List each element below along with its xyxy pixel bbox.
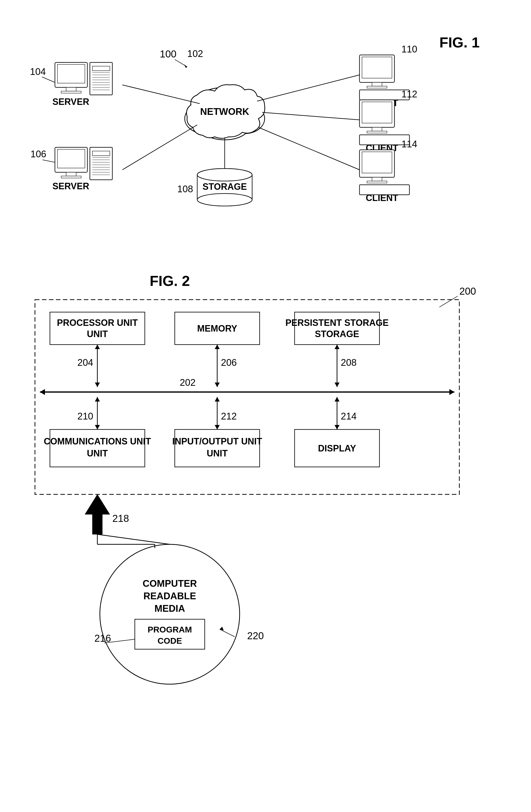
svg-line-15 (257, 75, 359, 101)
memory-label: MEMORY (197, 323, 237, 334)
svg-marker-1 (184, 64, 187, 68)
svg-marker-114 (85, 494, 110, 534)
svg-rect-76 (372, 177, 382, 181)
svg-marker-89 (95, 345, 100, 349)
svg-rect-62 (372, 83, 382, 86)
svg-rect-69 (372, 127, 382, 131)
svg-point-56 (197, 193, 252, 206)
ref-206: 206 (221, 357, 237, 368)
ref-208: 208 (341, 357, 356, 368)
svg-line-13 (122, 125, 197, 170)
ref-216: 216 (94, 633, 111, 644)
svg-text:110: 110 (401, 44, 417, 55)
ref-212: 212 (221, 411, 237, 421)
svg-marker-108 (335, 425, 340, 430)
ref-100: 100 (160, 48, 177, 59)
svg-rect-21 (61, 91, 81, 93)
network-cloud: NETWORK 102 (185, 48, 265, 140)
communications-unit-label: COMMUNICATIONS UNIT (44, 436, 151, 447)
fig2-title: FIG. 2 (149, 273, 190, 289)
svg-line-51 (42, 160, 55, 162)
processor-unit-label: PROCESSOR UNIT (57, 318, 138, 328)
fig2-diagram: FIG. 2 200 PROCESSOR UNIT UNIT MEMORY PE… (15, 270, 514, 794)
fig1-diagram: FIG. 1 100 NETWORK 102 (15, 30, 509, 250)
svg-marker-101 (95, 397, 100, 402)
svg-marker-104 (215, 397, 220, 402)
fig1-title: FIG. 1 (439, 34, 480, 50)
svg-text:UNIT: UNIT (87, 448, 108, 459)
svg-text:102: 102 (187, 48, 203, 59)
svg-marker-96 (335, 382, 340, 387)
svg-rect-70 (367, 131, 387, 133)
svg-text:UNIT: UNIT (87, 329, 108, 339)
server-1: SERVER (53, 62, 112, 107)
svg-text:STORAGE: STORAGE (315, 329, 359, 339)
svg-rect-23 (92, 66, 110, 71)
svg-marker-93 (215, 382, 220, 387)
server-2: SERVER (53, 147, 112, 191)
svg-rect-40 (92, 151, 110, 156)
svg-marker-95 (335, 345, 340, 349)
ref-210: 210 (77, 411, 93, 421)
ref-202: 202 (180, 377, 195, 388)
svg-rect-63 (367, 86, 387, 88)
svg-rect-68 (362, 102, 392, 123)
svg-rect-19 (57, 64, 85, 83)
svg-text:STORAGE: STORAGE (203, 182, 247, 192)
svg-rect-86 (295, 312, 380, 345)
svg-point-57 (197, 169, 252, 181)
svg-rect-37 (66, 172, 76, 176)
persistent-storage-label: PERSISTENT STORAGE (285, 318, 388, 328)
svg-marker-105 (215, 425, 220, 430)
svg-point-115 (100, 544, 240, 684)
ref-220: 220 (247, 630, 264, 641)
svg-text:114: 114 (401, 139, 417, 149)
ref-218: 218 (112, 513, 129, 524)
svg-text:MEDIA: MEDIA (154, 603, 185, 614)
ref-204: 204 (77, 357, 93, 368)
svg-text:104: 104 (30, 67, 46, 77)
svg-text:NETWORK: NETWORK (200, 106, 249, 117)
svg-line-16 (262, 112, 359, 120)
svg-marker-98 (40, 389, 45, 395)
svg-line-17 (259, 127, 359, 170)
display-label: DISPLAY (318, 443, 356, 453)
svg-text:UNIT: UNIT (207, 448, 228, 459)
svg-rect-61 (362, 57, 392, 78)
svg-line-12 (122, 85, 200, 104)
svg-rect-38 (61, 176, 81, 178)
ref-200: 200 (459, 286, 476, 296)
svg-rect-36 (57, 149, 85, 168)
svg-text:112: 112 (401, 89, 417, 99)
input-output-unit-label: INPUT/OUTPUT UNIT (172, 436, 262, 447)
svg-marker-92 (215, 345, 220, 349)
svg-line-127 (97, 534, 170, 544)
svg-rect-77 (367, 181, 387, 183)
svg-rect-75 (362, 152, 392, 173)
svg-text:106: 106 (30, 149, 46, 159)
svg-line-34 (42, 77, 55, 83)
ref-214: 214 (341, 411, 356, 421)
svg-text:SERVER: SERVER (53, 181, 89, 191)
page: FIG. 1 100 NETWORK 102 (0, 0, 531, 812)
svg-marker-102 (95, 425, 100, 430)
svg-rect-20 (66, 87, 76, 91)
svg-line-81 (439, 296, 458, 307)
svg-text:CLIENT: CLIENT (366, 193, 398, 203)
computer-readable-media-label: COMPUTER (143, 578, 197, 589)
svg-text:SERVER: SERVER (53, 97, 89, 107)
svg-text:108: 108 (177, 184, 193, 194)
storage: STORAGE 108 (177, 169, 252, 206)
svg-text:CODE: CODE (158, 636, 182, 646)
svg-marker-107 (335, 397, 340, 402)
svg-rect-83 (50, 312, 145, 345)
program-code-label: PROGRAM (148, 625, 192, 634)
svg-marker-90 (95, 382, 100, 387)
svg-text:READABLE: READABLE (143, 591, 196, 601)
svg-marker-99 (449, 389, 454, 395)
